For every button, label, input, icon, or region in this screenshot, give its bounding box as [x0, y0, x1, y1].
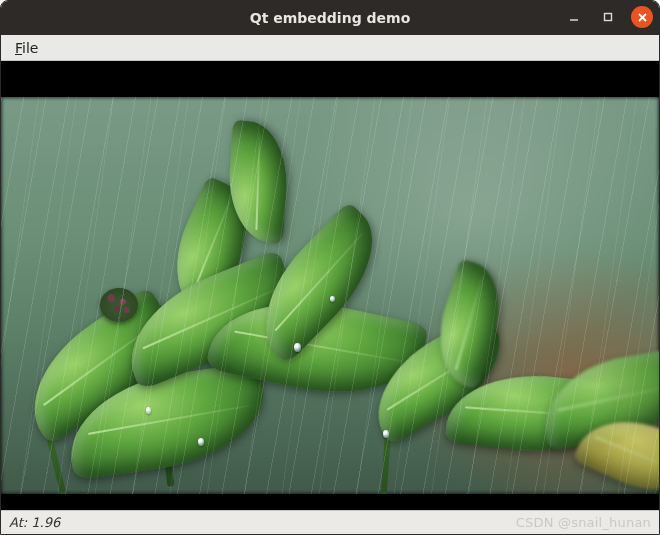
window-title: Qt embedding demo: [1, 10, 659, 26]
svg-rect-1: [605, 14, 612, 21]
minimize-button[interactable]: [563, 6, 585, 28]
minimize-icon: [568, 11, 580, 23]
window-controls: [563, 6, 653, 28]
content-area: [1, 61, 659, 510]
padding-top: [1, 61, 659, 97]
menu-file-mnemonic: F: [15, 40, 22, 56]
status-text: At: 1.96: [9, 515, 60, 530]
image-viewport[interactable]: [1, 97, 659, 494]
menubar: File: [1, 35, 659, 61]
green-leaves-rain-photo: [1, 97, 659, 494]
menu-file-rest: ile: [22, 40, 38, 56]
titlebar[interactable]: Qt embedding demo: [1, 1, 659, 35]
status-value: 1.96: [31, 515, 60, 530]
menu-file[interactable]: File: [9, 38, 44, 58]
statusbar: At: 1.96 CSDN @snail_hunan: [1, 510, 659, 534]
app-window: Qt embedding demo File: [0, 0, 660, 535]
status-prefix: At:: [9, 515, 31, 530]
maximize-icon: [602, 11, 614, 23]
close-button[interactable]: [631, 6, 653, 28]
close-icon: [637, 12, 648, 23]
maximize-button[interactable]: [597, 6, 619, 28]
watermark-text: CSDN @snail_hunan: [516, 515, 651, 530]
padding-bottom: [1, 494, 659, 510]
